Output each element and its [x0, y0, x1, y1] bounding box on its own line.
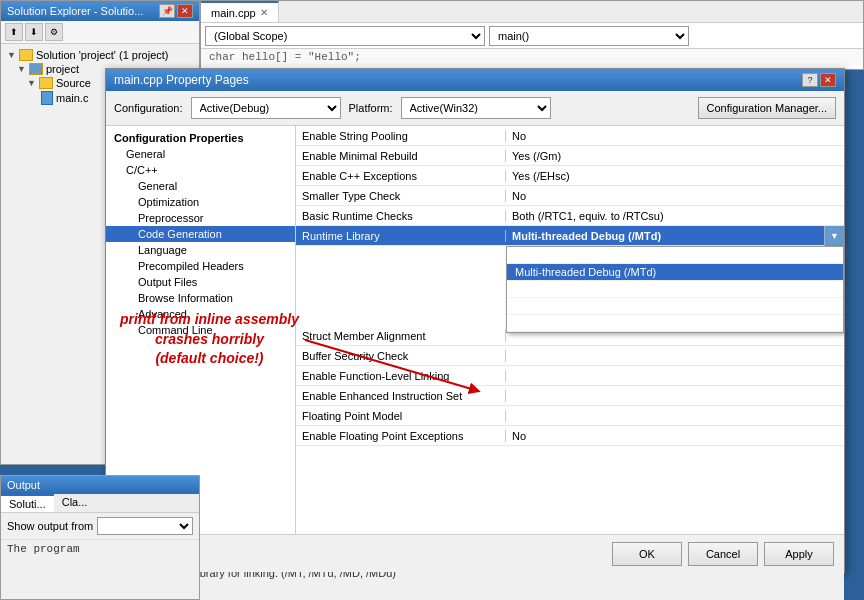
tab-bar: main.cpp ✕: [201, 1, 863, 23]
editor-toolbar: (Global Scope) main(): [201, 23, 863, 49]
prop-buffer-security[interactable]: Buffer Security Check: [296, 346, 844, 366]
tree-language[interactable]: Language: [106, 242, 295, 258]
tree-cpp[interactable]: C/C++: [106, 162, 295, 178]
prop-runtime-library[interactable]: Runtime Library Multi-threaded Debug (/M…: [296, 226, 844, 246]
tree-cpp-general[interactable]: General: [106, 178, 295, 194]
main-cpp-tab[interactable]: main.cpp ✕: [201, 1, 279, 22]
output-show-row: Show output from: [1, 513, 199, 540]
prop-fp-model[interactable]: Floating Point Model: [296, 406, 844, 426]
prop-dropdown-arrow[interactable]: ▼: [824, 226, 844, 246]
ok-button[interactable]: OK: [612, 542, 682, 566]
tab-label: main.cpp: [211, 7, 256, 19]
tree-optimization[interactable]: Optimization: [106, 194, 295, 210]
mainc-file-icon: [41, 91, 53, 105]
cancel-button[interactable]: Cancel: [688, 542, 758, 566]
config-select[interactable]: Active(Debug): [191, 97, 341, 119]
prop-name-bsc: Buffer Security Check: [296, 350, 506, 362]
dialog-help-btn[interactable]: ?: [802, 73, 818, 87]
dialog-title: main.cpp Property Pages: [114, 73, 249, 87]
mainc-label: main.c: [56, 92, 88, 104]
dropdown-opt-mt[interactable]: Multi-threaded (/MT): [507, 247, 843, 264]
prop-fp-exceptions[interactable]: Enable Floating Point Exceptions No: [296, 426, 844, 446]
tree-precompiled[interactable]: Precompiled Headers: [106, 258, 295, 274]
se-toolbar-btn-3[interactable]: ⚙: [45, 23, 63, 41]
prop-name-sma: Struct Member Alignment: [296, 330, 506, 342]
main-editor: main.cpp ✕ (Global Scope) main() char he…: [200, 0, 864, 70]
tree-config-props[interactable]: Configuration Properties: [106, 130, 295, 146]
prop-enable-minimal-rebuild[interactable]: Enable Minimal Rebuild Yes (/Gm): [296, 146, 844, 166]
tree-advanced[interactable]: Advanced: [106, 306, 295, 322]
dialog-buttons: OK Cancel Apply: [106, 534, 844, 572]
output-tabs: Soluti... Cla...: [1, 494, 199, 513]
show-output-label: Show output from: [7, 520, 93, 532]
dropdown-opt-md[interactable]: Multi-threaded DLL (/MD): [507, 281, 843, 298]
tree-preprocessor[interactable]: Preprocessor: [106, 210, 295, 226]
se-close-btn[interactable]: ✕: [177, 4, 193, 18]
apply-button[interactable]: Apply: [764, 542, 834, 566]
tree-code-generation[interactable]: Code Generation: [106, 226, 295, 242]
solution-label: Solution 'project' (1 project): [36, 49, 169, 61]
output-tab-soluti-label: Soluti...: [9, 498, 46, 510]
source-folder-icon: [39, 77, 53, 89]
prop-val-fpe: No: [506, 430, 844, 442]
prop-enable-cpp-exceptions[interactable]: Enable C++ Exceptions Yes (/EHsc): [296, 166, 844, 186]
platform-select[interactable]: Active(Win32): [401, 97, 551, 119]
show-output-dropdown[interactable]: [97, 517, 193, 535]
solution-explorer-titlebar: Solution Explorer - Solutio... 📌 ✕: [1, 1, 199, 21]
prop-name-fll: Enable Function-Level Linking: [296, 370, 506, 382]
prop-smaller-type[interactable]: Smaller Type Check No: [296, 186, 844, 206]
prop-val-ece: Yes (/EHsc): [506, 170, 844, 182]
output-panel: Output Soluti... Cla... Show output from…: [0, 475, 200, 600]
prop-func-level[interactable]: Enable Function-Level Linking: [296, 366, 844, 386]
tab-close-icon[interactable]: ✕: [260, 7, 268, 18]
se-solution-item[interactable]: ▼ Solution 'project' (1 project): [5, 48, 195, 62]
source-label: Source: [56, 77, 91, 89]
se-arrow-1: ▼: [7, 50, 16, 60]
se-arrow-3: ▼: [27, 78, 36, 88]
tree-output-files[interactable]: Output Files: [106, 274, 295, 290]
prop-name-emr: Enable Minimal Rebuild: [296, 150, 506, 162]
se-pin-btn[interactable]: 📌: [159, 4, 175, 18]
se-toolbar-btn-2[interactable]: ⬇: [25, 23, 43, 41]
scope-dropdown[interactable]: (Global Scope): [205, 26, 485, 46]
dialog-body: Configuration Properties General C/C++ G…: [106, 126, 844, 544]
dropdown-opt-mtd[interactable]: Multi-threaded Debug (/MTd): [507, 264, 843, 281]
se-arrow-2: ▼: [17, 64, 26, 74]
output-tab-cla-label: Cla...: [62, 496, 88, 508]
prop-basic-runtime[interactable]: Basic Runtime Checks Both (/RTC1, equiv.…: [296, 206, 844, 226]
prop-val-rl: Multi-threaded Debug (/MTd): [506, 230, 824, 242]
func-dropdown[interactable]: main(): [489, 26, 689, 46]
dialog-titlebar: main.cpp Property Pages ? ✕: [106, 69, 844, 91]
tree-command-line[interactable]: Command Line: [106, 322, 295, 338]
prop-enhanced-instr[interactable]: Enable Enhanced Instruction Set: [296, 386, 844, 406]
prop-enable-string-pooling[interactable]: Enable String Pooling No: [296, 126, 844, 146]
prop-val-emr: Yes (/Gm): [506, 150, 844, 162]
project-icon: [29, 63, 43, 75]
property-pages-dialog: main.cpp Property Pages ? ✕ Configuratio…: [105, 68, 845, 573]
output-tab-cla[interactable]: Cla...: [54, 494, 96, 512]
tree-general[interactable]: General: [106, 146, 295, 162]
prop-name-stc: Smaller Type Check: [296, 190, 506, 202]
dropdown-opt-mdd[interactable]: Multi-threaded Debug DLL (/MDd): [507, 298, 843, 315]
output-titlebar: Output: [1, 476, 199, 494]
prop-name-eis: Enable Enhanced Instruction Set: [296, 390, 506, 402]
runtime-library-dropdown: Multi-threaded (/MT) Multi-threaded Debu…: [506, 246, 844, 333]
config-manager-btn[interactable]: Configuration Manager...: [698, 97, 836, 119]
output-content: The program: [1, 540, 199, 558]
dialog-config-row: Configuration: Active(Debug) Platform: A…: [106, 91, 844, 126]
se-toolbar-btn-1[interactable]: ⬆: [5, 23, 23, 41]
platform-label: Platform:: [349, 102, 393, 114]
prop-name-ece: Enable C++ Exceptions: [296, 170, 506, 182]
config-label: Configuration:: [114, 102, 183, 114]
prop-name-rl: Runtime Library: [296, 230, 506, 242]
project-label: project: [46, 63, 79, 75]
dialog-close-btn[interactable]: ✕: [820, 73, 836, 87]
prop-name-fpe: Enable Floating Point Exceptions: [296, 430, 506, 442]
prop-val-brc: Both (/RTC1, equiv. to /RTCsu): [506, 210, 844, 222]
solution-explorer-title: Solution Explorer - Solutio...: [7, 5, 143, 17]
dropdown-opt-inherit[interactable]: <inherit from parent or project defaults…: [507, 315, 843, 332]
output-tab-soluti[interactable]: Soluti...: [1, 494, 54, 512]
props-panel: Enable String Pooling No Enable Minimal …: [296, 126, 844, 544]
tree-browse-info[interactable]: Browse Information: [106, 290, 295, 306]
prop-name-esp: Enable String Pooling: [296, 130, 506, 142]
